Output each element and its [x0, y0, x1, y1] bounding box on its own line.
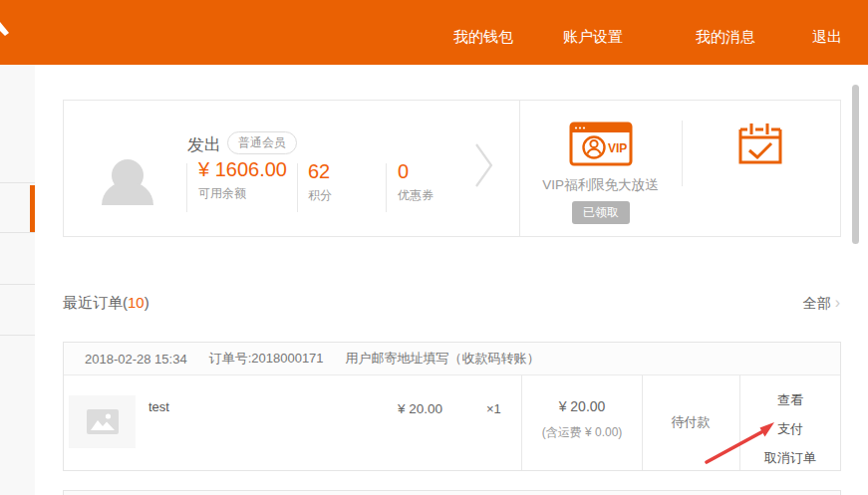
- sidebar-divider: [0, 284, 35, 285]
- order-actions: 查看 支付 取消订单: [739, 375, 841, 470]
- nav-account-settings[interactable]: 账户设置: [563, 28, 623, 47]
- next-order-card-partial: [63, 490, 841, 495]
- product-name[interactable]: test: [148, 399, 169, 414]
- profile-card: 发出 普通会员 ¥ 1606.00 可用余额 62 积分 0 优惠券 VIP V…: [63, 100, 841, 237]
- vip-claimed-button[interactable]: 已领取: [572, 201, 630, 224]
- member-level-badge: 普通会员: [227, 131, 297, 154]
- orders-title-suffix: ): [145, 294, 149, 311]
- order-datetime: 2018-02-28 15:34: [85, 352, 187, 367]
- points-label: 积分: [308, 187, 332, 204]
- username: 发出: [187, 133, 221, 156]
- view-all-orders-link[interactable]: 全部›: [803, 294, 840, 313]
- vip-promo-title: VIP福利限免大放送: [519, 176, 682, 194]
- nav-my-messages[interactable]: 我的消息: [696, 28, 755, 47]
- sidebar-divider: [0, 232, 35, 233]
- section-divider: [682, 121, 683, 186]
- section-divider: [519, 101, 520, 236]
- points-stat[interactable]: 62 积分: [308, 160, 332, 204]
- sidebar-divider: [0, 182, 35, 183]
- stat-divider: [186, 163, 187, 212]
- recent-orders-title: 最近订单(10): [63, 294, 149, 313]
- product-unit-price: ¥ 20.00: [363, 401, 442, 416]
- order-note: 用户邮寄地址填写（收款码转账）: [346, 350, 540, 368]
- view-order-link[interactable]: 查看: [777, 391, 803, 409]
- vip-claimed-wrap: 已领取: [551, 201, 651, 224]
- coupons-stat[interactable]: 0 优惠券: [398, 160, 434, 204]
- cancel-order-link[interactable]: 取消订单: [764, 449, 816, 467]
- stat-divider: [386, 163, 387, 212]
- shipping-note: (含运费 ¥ 0.00): [522, 424, 642, 441]
- calendar-check-icon[interactable]: [736, 120, 784, 167]
- order-body: test ¥ 20.00 ×1 ¥ 20.00 (含运费 ¥ 0.00) 待付款…: [64, 375, 840, 470]
- image-placeholder-icon: [87, 409, 119, 434]
- balance-label: 可用余额: [198, 185, 294, 202]
- order-card: 2018-02-28 15:34 订单号:2018000171 用户邮寄地址填写…: [63, 342, 841, 471]
- nav-logout[interactable]: 退出: [812, 28, 842, 47]
- orders-count: 10: [128, 294, 145, 311]
- avatar-icon: [100, 158, 155, 205]
- coupons-label: 优惠券: [398, 187, 434, 204]
- order-header: 2018-02-28 15:34 订单号:2018000171 用户邮寄地址填写…: [64, 343, 840, 375]
- chevron-right-small-icon: ›: [835, 294, 840, 311]
- points-value: 62: [308, 160, 332, 182]
- product-image-placeholder[interactable]: [69, 395, 136, 448]
- stat-divider: [297, 163, 298, 212]
- coupons-value: 0: [398, 160, 434, 182]
- view-all-label: 全部: [803, 295, 831, 311]
- vertical-scrollbar-thumb[interactable]: [852, 85, 859, 244]
- product-quantity: ×1: [486, 401, 501, 416]
- sidebar-divider: [0, 335, 35, 336]
- sidebar-active-indicator[interactable]: [30, 185, 35, 232]
- order-number: 订单号:2018000171: [209, 350, 324, 368]
- top-navbar: 我的钱包 账户设置 我的消息 退出: [0, 0, 868, 65]
- collapsed-sidebar: [0, 65, 35, 495]
- nav-my-wallet[interactable]: 我的钱包: [453, 28, 513, 47]
- balance-stat[interactable]: ¥ 1606.00 可用余额: [198, 158, 294, 202]
- order-total-column: ¥ 20.00 (含运费 ¥ 0.00): [522, 375, 642, 470]
- order-status: 待付款: [642, 375, 739, 470]
- site-logo-fragment-icon: [0, 20, 12, 42]
- chevron-right-icon[interactable]: [474, 142, 494, 188]
- pay-order-link[interactable]: 支付: [777, 420, 803, 438]
- vip-promo-icon[interactable]: VIP: [569, 122, 633, 166]
- orders-title-prefix: 最近订单(: [63, 294, 128, 311]
- order-total: ¥ 20.00: [522, 398, 642, 414]
- balance-value: ¥ 1606.00: [198, 158, 294, 180]
- svg-text:VIP: VIP: [608, 141, 627, 155]
